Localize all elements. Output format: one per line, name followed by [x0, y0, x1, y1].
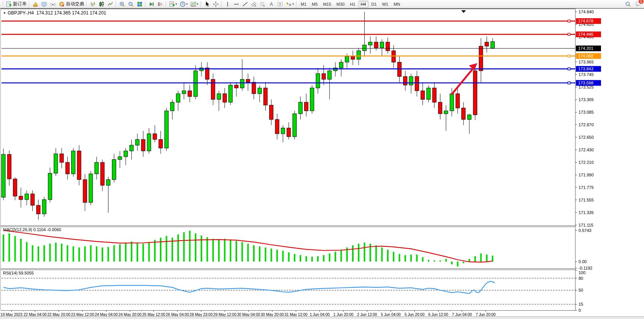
svg-text:172.870: 172.870	[579, 122, 594, 127]
price-level-label: 173.843	[576, 66, 601, 72]
trendline-tool[interactable]	[241, 0, 249, 8]
svg-text:F: F	[263, 5, 265, 7]
collapse-triangle-icon[interactable]: ▼	[3, 11, 6, 15]
signal-button[interactable]	[48, 0, 57, 8]
timeframe-m1[interactable]: M1	[298, 1, 309, 8]
bar-chart-button[interactable]	[88, 0, 97, 8]
rsi-indicator-label: RSI(14) 59.5055	[3, 271, 34, 275]
timeframe-mn[interactable]: MN	[391, 1, 402, 8]
symbol-ohlc-text: GBPJPY-,H4 174.312 174.365 174.201 174.2…	[8, 10, 106, 16]
svg-text:100: 100	[579, 270, 585, 275]
separator	[116, 1, 116, 7]
timeframe-w1[interactable]: W1	[380, 1, 391, 8]
channel-icon: E	[250, 1, 257, 7]
chat-button[interactable]: 1	[635, 0, 642, 8]
horizontal-line-tool[interactable]	[232, 0, 241, 8]
svg-text:171.775: 171.775	[579, 185, 594, 190]
panel-borders	[1, 9, 575, 311]
svg-text:171.555: 171.555	[579, 198, 594, 202]
price-level-label: 174.201	[576, 46, 601, 51]
quick-trade-button[interactable]	[31, 0, 40, 8]
dropdown-caret: ▾	[292, 2, 294, 6]
dropdown-caret: ▾	[197, 2, 198, 6]
periods-button[interactable]: ▾	[178, 0, 189, 8]
svg-text:T: T	[279, 2, 281, 6]
cursor-tool-button[interactable]	[202, 0, 211, 8]
horizontal-line-icon	[233, 1, 239, 7]
dropdown-caret: ▾	[175, 2, 177, 6]
candlestick-chart-icon	[98, 1, 105, 7]
crosshair-tool-button[interactable]	[211, 0, 220, 8]
indicators-icon	[169, 1, 175, 7]
notification-badge: 1	[638, 0, 644, 4]
vertical-line-tool[interactable]	[223, 0, 232, 8]
equidistant-channel-tool[interactable]: E	[249, 0, 258, 8]
text-label-tool[interactable]: T	[276, 0, 284, 8]
arrows-icon	[285, 1, 292, 7]
zoom-out-icon	[128, 1, 134, 7]
line-chart-button[interactable]	[106, 0, 115, 8]
price-level-label: 174.446	[576, 32, 601, 37]
chart-shift-icon	[157, 1, 163, 7]
separator	[86, 1, 87, 7]
monitor-icon	[41, 1, 47, 7]
price-level-label: 173.598	[576, 80, 601, 86]
zoom-out-button[interactable]	[126, 0, 135, 8]
signal-icon	[49, 1, 56, 7]
templates-button[interactable]: ▾	[189, 0, 199, 8]
text-icon: A	[268, 1, 274, 7]
svg-text:172.210: 172.210	[579, 160, 594, 165]
vertical-line-icon	[224, 1, 231, 7]
svg-text:174.446: 174.446	[578, 32, 593, 37]
indicators-button[interactable]: ▾	[167, 0, 178, 8]
text-label-icon: T	[277, 1, 283, 7]
new-order-button[interactable]: 新订单	[4, 0, 28, 8]
cursor-icon	[204, 1, 210, 7]
svg-text:A: A	[270, 2, 273, 7]
search-icon[interactable]	[625, 1, 631, 7]
svg-text:171.335: 171.335	[579, 210, 594, 215]
time-axis: 19 May 202322 May 04:0022 May 20:0023 Ma…	[0, 310, 496, 317]
charts-window-button[interactable]	[40, 0, 48, 8]
timeframe-m5[interactable]: M5	[309, 1, 320, 8]
bar-chart-icon	[89, 1, 96, 7]
timeframe-d1[interactable]: D1	[369, 1, 379, 8]
timeframe-m30[interactable]: M30	[334, 1, 347, 8]
zoom-in-icon	[119, 1, 125, 7]
chart-shift-button[interactable]	[156, 0, 164, 8]
svg-text:173.745: 173.745	[579, 72, 594, 77]
price-level-label: 174.068	[576, 53, 601, 59]
tile-windows-button[interactable]	[135, 0, 144, 8]
line-chart-icon	[107, 1, 113, 7]
timeframe-m15[interactable]: M15	[321, 1, 333, 8]
svg-text:0: 0	[579, 308, 581, 313]
timeframe-h4[interactable]: H4	[359, 1, 368, 8]
new-order-icon	[5, 1, 12, 7]
zoom-in-button[interactable]	[118, 0, 126, 8]
chart-canvas[interactable]: 174.840174.620174.400173.965173.745173.5…	[0, 9, 644, 317]
timeframe-toolbar: M1M5M15M30H1H4D1W1MN	[298, 1, 403, 8]
text-tool[interactable]: A	[267, 0, 276, 8]
rsi-panel: 1008050150	[2, 270, 585, 313]
svg-text:15: 15	[579, 302, 583, 306]
separator	[145, 1, 146, 7]
tile-windows-icon	[136, 1, 143, 7]
chart-window: ▼GBPJPY-,H4 174.312 174.365 174.201 174.…	[0, 8, 644, 317]
timeframe-h1[interactable]: H1	[348, 1, 357, 8]
svg-text:E: E	[255, 5, 256, 7]
fibonacci-tool[interactable]: F	[258, 0, 267, 8]
svg-text:171.990: 171.990	[579, 173, 594, 177]
svg-text:50: 50	[579, 288, 583, 292]
dropdown-caret: ▾	[186, 2, 188, 6]
svg-text:-0.1192: -0.1192	[579, 266, 593, 270]
svg-text:172.650: 172.650	[579, 135, 594, 140]
separator	[29, 1, 30, 7]
auto-trading-button[interactable]: 自动交易	[57, 0, 85, 8]
horizontal-level-lines[interactable]	[2, 20, 575, 84]
arrows-tool[interactable]: ▾	[284, 0, 295, 8]
cone-icon	[32, 1, 38, 7]
candlestick-chart-button[interactable]	[97, 0, 106, 8]
auto-scroll-button[interactable]	[147, 0, 156, 8]
separator	[166, 1, 166, 7]
svg-text:173.965: 173.965	[579, 60, 594, 64]
